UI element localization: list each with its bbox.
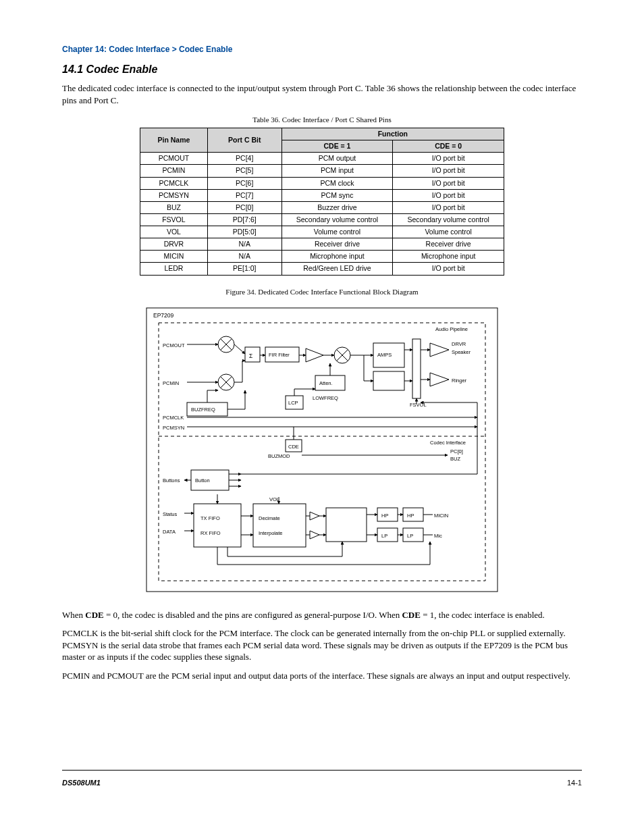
th-function: Function [281, 128, 504, 140]
p3: PCMIN and PCMOUT are the PCM serial inpu… [62, 670, 582, 682]
cell-cde1: PCM input [281, 165, 393, 177]
lbl-vol: VOL [269, 496, 279, 502]
cell-port: PC[4] [207, 153, 281, 165]
txfifo-block: TX FIFO [200, 515, 220, 521]
table-row: PCMCLK PC[6] PCM clock I/O port bit [140, 177, 504, 189]
cell-cde0: I/O port bit [393, 153, 504, 165]
table-row: PCMIN PC[5] PCM input I/O port bit [140, 165, 504, 177]
svg-rect-61 [253, 504, 306, 547]
table-row: PCMOUT PC[4] PCM output I/O port bit [140, 153, 504, 165]
breadcrumb: Chapter 14: Codec Interface > Codec Enab… [62, 45, 582, 54]
p1b: CDE [85, 610, 103, 620]
cell-pin: BUZ [140, 201, 208, 213]
p1e: = 1, the codec interface is enabled. [421, 610, 545, 620]
cell-pin: PCMCLK [140, 177, 208, 189]
rxfifo-block: RX FIFO [200, 530, 221, 536]
table-row: VOL PD[5:0] Volume control Volume contro… [140, 226, 504, 238]
lbl-lowfreq: LOWFREQ [313, 395, 338, 401]
lbl-pcmclk: PCMCLK [163, 415, 184, 421]
cell-port: PE[1:0] [207, 263, 281, 275]
lbl-drvr: DRVR [452, 341, 466, 347]
chip-title: EP7209 [153, 312, 174, 319]
th-cde1: CDE = 1 [281, 140, 393, 153]
th-pin-name: Pin Name [140, 128, 208, 153]
sigma-block: Σ [249, 353, 252, 359]
cell-port: PC[0] [207, 201, 281, 213]
cell-cde0: I/O port bit [393, 189, 504, 201]
amps-block: AMPS [377, 352, 392, 358]
table-caption: Table 36. Codec Interface / Port C Share… [62, 115, 582, 124]
table-row: FSVOL PD[7:6] Secondary volume control S… [140, 213, 504, 226]
svg-rect-59 [194, 504, 241, 547]
cell-cde1: PCM clock [281, 177, 393, 189]
cell-cde1: Buzzer drive [281, 201, 393, 213]
fir-block: FIR Filter [269, 352, 290, 358]
cell-cde1: Volume control [281, 226, 393, 238]
footer-pagenum: 14-1 [567, 779, 582, 787]
hp1-block: HP [381, 513, 388, 519]
cell-pin: VOL [140, 226, 208, 238]
interp-block: Interpolate [259, 530, 282, 536]
pin-table: Pin Name Port C Bit Function CDE = 1 CDE… [140, 128, 504, 276]
footer: DS508UM1 14-1 [62, 779, 582, 787]
page: Chapter 14: Codec Interface > Codec Enab… [0, 0, 644, 834]
lbl-mic: Mic [434, 533, 442, 539]
cell-cde1: PCM output [281, 153, 393, 165]
cell-cde1: Secondary volume control [281, 213, 393, 226]
lead-paragraph: The dedicated codec interface is connect… [62, 82, 582, 106]
table-row: LEDR PE[1:0] Red/Green LED drive I/O por… [140, 263, 504, 275]
cell-pin: PCMOUT [140, 153, 208, 165]
cell-cde0: Secondary volume control [393, 213, 504, 226]
region-audio-label: Audio Pipeline [435, 326, 468, 332]
decimate-block: Decimate [259, 515, 280, 521]
cell-cde1: Red/Green LED drive [281, 263, 393, 275]
p1d: CDE [402, 610, 420, 620]
table-row: MICIN N/A Microphone input Microphone in… [140, 251, 504, 263]
cell-port: PC[7] [207, 189, 281, 201]
svg-rect-35 [373, 371, 404, 390]
lbl-buz: BUZ [450, 456, 460, 462]
cell-cde0: I/O port bit [393, 201, 504, 213]
cell-pin: PCMSYN [140, 189, 208, 201]
lbl-data: DATA [163, 529, 176, 535]
region-codec-label: Codec Interface [430, 440, 466, 446]
table-row: PCMSYN PC[7] PCM sync I/O port bit [140, 189, 504, 201]
cell-port: N/A [207, 251, 281, 263]
p2: PCMCLK is the bit-serial shift clock for… [62, 627, 582, 663]
hp2-block: HP [407, 513, 414, 519]
svg-rect-67 [326, 508, 367, 542]
cell-cde1: Receiver drive [281, 238, 393, 251]
cde-block: CDE [288, 444, 299, 450]
cell-port: PD[5:0] [207, 226, 281, 238]
table-row: BUZ PC[0] Buzzer drive I/O port bit [140, 201, 504, 213]
lcp-block: LCP [288, 400, 298, 406]
cell-pin: LEDR [140, 263, 208, 275]
cell-port: N/A [207, 238, 281, 251]
cell-pin: PCMIN [140, 165, 208, 177]
svg-rect-38 [412, 339, 421, 398]
lbl-buttons: Buttons [163, 477, 180, 484]
cell-cde0: I/O port bit [393, 165, 504, 177]
th-port-bit: Port C Bit [207, 128, 281, 153]
cell-port: PD[7:6] [207, 213, 281, 226]
lbl-pcmsyn: PCMSYN [163, 425, 184, 431]
cell-cde0: Receiver drive [393, 238, 504, 251]
lbl-speaker: Speaker [452, 349, 471, 355]
cell-pin: DRVR [140, 238, 208, 251]
cell-cde0: Volume control [393, 226, 504, 238]
button-block: Button [195, 477, 210, 484]
cell-cde0: I/O port bit [393, 263, 504, 275]
figure-caption: Figure 34. Dedicated Codec Interface Fun… [62, 288, 582, 296]
lbl-status: Status [163, 511, 178, 517]
table-row: DRVR N/A Receiver drive Receiver drive [140, 238, 504, 251]
cell-pin: FSVOL [140, 213, 208, 226]
lbl-pcmout: PCMOUT [163, 342, 185, 348]
cell-port: PC[6] [207, 177, 281, 189]
lbl-buz-gpio: PC[0] [450, 448, 463, 454]
atten-block: Atten. [319, 380, 333, 386]
th-cde0: CDE = 0 [393, 140, 504, 153]
lbl-micin: MICIN [434, 513, 448, 519]
section-title: 14.1 Codec Enable [62, 63, 582, 76]
block-diagram: .bx { fill:#fff; stroke:#000; stroke-wid… [140, 301, 504, 598]
p1c: = 0, the codec is disabled and the pins … [104, 610, 402, 620]
